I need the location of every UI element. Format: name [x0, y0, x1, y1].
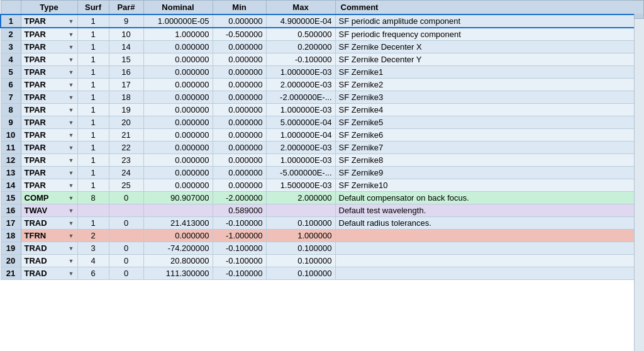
type-cell[interactable]: TRAD▼ [21, 267, 77, 280]
type-dropdown-arrow[interactable]: ▼ [69, 57, 74, 63]
table-row[interactable]: 1TPAR▼191.000000E-050.0000004.900000E-04… [1, 14, 643, 28]
type-cell[interactable]: TWAV▼ [21, 204, 77, 217]
table-row[interactable]: 5TPAR▼1160.0000000.0000001.000000E-03SF … [1, 66, 643, 79]
type-dropdown-arrow[interactable]: ▼ [69, 82, 74, 88]
comment-cell: SF Zernike10 [335, 179, 643, 192]
col-header-index [1, 1, 21, 15]
type-cell[interactable]: TPAR▼ [21, 41, 77, 53]
table-row[interactable]: 12TPAR▼1230.0000000.0000001.000000E-03SF… [1, 154, 643, 167]
max-cell: 5.000000E-04 [266, 116, 335, 129]
table-row[interactable]: 16TWAV▼0.589000Default test wavelength. [1, 204, 643, 217]
type-cell[interactable]: TPAR▼ [21, 154, 77, 167]
type-cell[interactable]: TPAR▼ [21, 167, 77, 179]
type-cell[interactable]: TPAR▼ [21, 129, 77, 142]
table-row[interactable]: 4TPAR▼1150.0000000.000000-0.100000SF Zer… [1, 53, 643, 66]
table-row[interactable]: 14TPAR▼1250.0000000.0000001.500000E-03SF… [1, 179, 643, 192]
type-label: TPAR [25, 118, 46, 127]
type-dropdown-arrow[interactable]: ▼ [69, 132, 74, 138]
table-row[interactable]: 3TPAR▼1140.0000000.0000000.200000SF Zern… [1, 41, 643, 53]
type-dropdown-arrow[interactable]: ▼ [69, 220, 74, 226]
type-cell[interactable]: TPAR▼ [21, 66, 77, 79]
table-row[interactable]: 19TRAD▼30-74.200000-0.1000000.100000 [1, 242, 643, 255]
type-dropdown-arrow[interactable]: ▼ [69, 208, 74, 214]
type-label: TPAR [25, 42, 46, 52]
table-row[interactable]: 13TPAR▼1240.0000000.000000-5.000000E-...… [1, 167, 643, 179]
nominal-cell: 0.000000 [143, 53, 213, 66]
type-dropdown-arrow[interactable]: ▼ [69, 120, 74, 126]
table-row[interactable]: 6TPAR▼1170.0000000.0000002.000000E-03SF … [1, 79, 643, 91]
nominal-cell: 0.000000 [143, 129, 213, 142]
table-row[interactable]: 11TPAR▼1220.0000000.0000002.000000E-03SF… [1, 142, 643, 154]
table-row[interactable]: 15COMP▼8090.907000-2.0000002.000000Defau… [1, 192, 643, 204]
table-row[interactable]: 8TPAR▼1190.0000000.0000001.000000E-03SF … [1, 104, 643, 116]
col-header-surf[interactable]: Surf [77, 1, 109, 15]
type-dropdown-arrow[interactable]: ▼ [69, 44, 74, 50]
type-cell[interactable]: COMP▼ [21, 192, 77, 204]
max-cell: 1.000000E-03 [266, 66, 335, 79]
type-dropdown-arrow[interactable]: ▼ [69, 145, 74, 151]
type-dropdown-arrow[interactable]: ▼ [69, 69, 74, 75]
min-cell: 0.000000 [213, 167, 266, 179]
type-cell[interactable]: TRAD▼ [21, 242, 77, 255]
type-dropdown-arrow[interactable]: ▼ [69, 270, 74, 277]
par-cell: 20 [109, 116, 143, 129]
type-cell[interactable]: TPAR▼ [21, 79, 77, 91]
max-cell: 2.000000E-03 [266, 79, 335, 91]
table-row[interactable]: 18TFRN▼20.000000-1.0000001.000000 [1, 230, 643, 242]
type-dropdown-arrow[interactable]: ▼ [69, 258, 74, 264]
type-cell[interactable]: TRAD▼ [21, 217, 77, 230]
row-number: 17 [1, 217, 21, 230]
type-cell[interactable]: TPAR▼ [21, 104, 77, 116]
type-dropdown-arrow[interactable]: ▼ [69, 170, 74, 176]
table-row[interactable]: 10TPAR▼1210.0000000.0000001.000000E-04SF… [1, 129, 643, 142]
nominal-cell: 0.000000 [143, 230, 213, 242]
col-header-par[interactable]: Par# [109, 1, 143, 15]
type-dropdown-arrow[interactable]: ▼ [69, 94, 74, 101]
main-table-container: Type Surf Par# Nominal Min Max Comment 1… [0, 0, 644, 351]
par-cell: 18 [109, 91, 143, 104]
type-cell[interactable]: TPAR▼ [21, 91, 77, 104]
type-cell[interactable]: TPAR▼ [21, 53, 77, 66]
col-header-nominal[interactable]: Nominal [143, 1, 213, 15]
par-cell: 0 [109, 267, 143, 280]
type-cell[interactable]: TPAR▼ [21, 116, 77, 129]
type-dropdown-arrow[interactable]: ▼ [69, 107, 74, 113]
vertical-scrollbar[interactable] [634, 0, 644, 351]
table-row[interactable]: 21TRAD▼60111.300000-0.1000000.100000 [1, 267, 643, 280]
col-header-min[interactable]: Min [213, 1, 266, 15]
min-cell: 0.000000 [213, 154, 266, 167]
type-cell[interactable]: TRAD▼ [21, 255, 77, 267]
nominal-cell: 0.000000 [143, 142, 213, 154]
table-row[interactable]: 7TPAR▼1180.0000000.000000-2.000000E-...S… [1, 91, 643, 104]
type-cell[interactable]: TFRN▼ [21, 230, 77, 242]
type-dropdown-arrow[interactable]: ▼ [69, 31, 74, 38]
type-dropdown-arrow[interactable]: ▼ [69, 195, 74, 201]
min-cell: 0.000000 [213, 142, 266, 154]
surf-cell: 1 [77, 116, 109, 129]
par-cell: 0 [109, 255, 143, 267]
table-row[interactable]: 2TPAR▼1101.000000-0.5000000.500000SF per… [1, 28, 643, 41]
par-cell: 15 [109, 53, 143, 66]
col-header-max[interactable]: Max [266, 1, 335, 15]
type-dropdown-arrow[interactable]: ▼ [69, 182, 74, 189]
surf-cell: 8 [77, 192, 109, 204]
table-row[interactable]: 20TRAD▼4020.800000-0.1000000.100000 [1, 255, 643, 267]
col-header-type[interactable]: Type [21, 1, 77, 15]
min-cell: -0.100000 [213, 267, 266, 280]
type-cell[interactable]: TPAR▼ [21, 28, 77, 41]
type-dropdown-arrow[interactable]: ▼ [69, 18, 74, 25]
type-dropdown-arrow[interactable]: ▼ [69, 157, 74, 164]
type-cell[interactable]: TPAR▼ [21, 142, 77, 154]
col-header-comment[interactable]: Comment [335, 1, 643, 15]
table-row[interactable]: 9TPAR▼1200.0000000.0000005.000000E-04SF … [1, 116, 643, 129]
row-number: 14 [1, 179, 21, 192]
table-row[interactable]: 17TRAD▼1021.413000-0.1000000.100000Defau… [1, 217, 643, 230]
comment-cell [335, 242, 643, 255]
row-number: 1 [1, 14, 21, 28]
nominal-cell: 1.000000 [143, 28, 213, 41]
type-cell[interactable]: TPAR▼ [21, 14, 77, 28]
par-cell: 0 [109, 192, 143, 204]
type-cell[interactable]: TPAR▼ [21, 179, 77, 192]
type-dropdown-arrow[interactable]: ▼ [69, 245, 74, 252]
type-dropdown-arrow[interactable]: ▼ [69, 233, 74, 239]
